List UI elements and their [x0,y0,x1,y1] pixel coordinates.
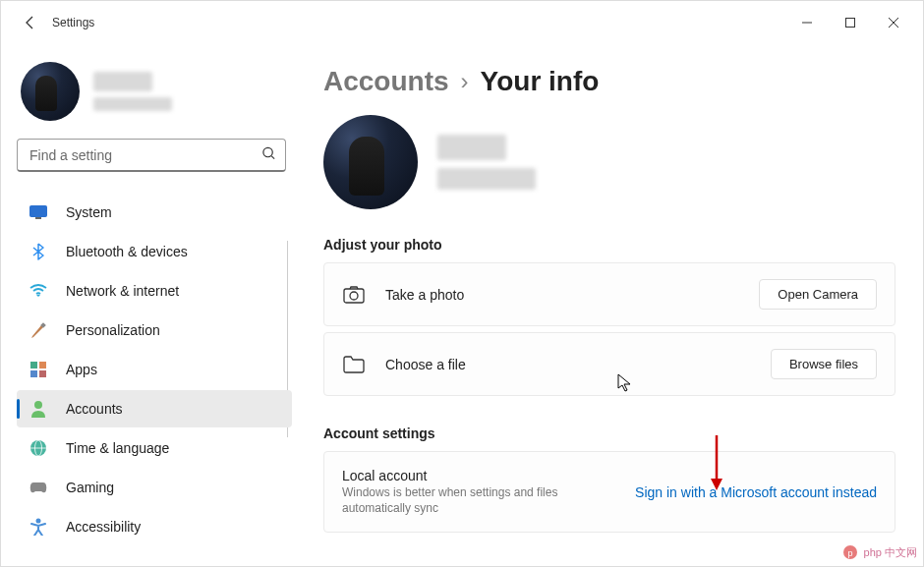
sidebar-item-personalization[interactable]: Personalization [17,312,292,349]
wifi-icon [29,281,48,301]
minimize-button[interactable] [797,13,817,32]
sidebar-item-accessibility[interactable]: Accessibility [17,508,292,545]
choose-file-card: Choose a file Browse files [323,332,895,396]
sidebar-item-label: Network & internet [66,283,179,299]
choose-file-label: Choose a file [385,357,751,372]
local-account-title: Local account [342,468,598,483]
sign-in-microsoft-link[interactable]: Sign in with a Microsoft account instead [635,484,877,500]
main-content: Accounts › Your info Adjust your photo T… [296,44,923,567]
take-photo-label: Take a photo [385,287,739,303]
browse-files-button[interactable]: Browse files [771,349,877,379]
sidebar-item-bluetooth[interactable]: Bluetooth & devices [17,233,292,270]
bluetooth-icon [29,242,48,261]
sidebar-item-label: Accounts [66,401,123,417]
page-title: Your info [481,66,600,97]
breadcrumb-parent[interactable]: Accounts [323,66,449,97]
nav: System Bluetooth & devices Network & int… [17,194,292,545]
sidebar-item-label: System [66,204,112,220]
svg-point-18 [350,292,358,300]
svg-point-16 [36,519,41,524]
sidebar-item-accounts[interactable]: Accounts [17,390,292,427]
breadcrumb: Accounts › Your info [323,66,895,97]
svg-point-2 [263,147,272,156]
avatar [21,62,80,121]
back-button[interactable] [13,5,48,40]
sidebar-item-label: Gaming [66,480,114,495]
section-heading-account: Account settings [323,425,895,441]
svg-rect-8 [30,362,37,369]
sidebar-item-label: Time & language [66,440,169,456]
svg-text:p: p [847,548,852,558]
open-camera-button[interactable]: Open Camera [759,279,877,310]
brush-icon [29,320,48,340]
sidebar: System Bluetooth & devices Network & int… [1,44,296,567]
sidebar-item-label: Apps [66,362,97,377]
globe-icon [29,438,48,458]
close-button[interactable] [884,13,903,32]
monitor-icon [29,202,48,222]
sidebar-item-network[interactable]: Network & internet [17,272,292,310]
accessibility-icon [29,517,48,537]
svg-rect-11 [39,370,46,377]
svg-point-12 [34,401,42,409]
profile-name-redacted [437,135,536,190]
svg-marker-6 [36,295,40,297]
svg-rect-17 [344,289,364,303]
take-photo-card: Take a photo Open Camera [323,262,895,326]
search-input[interactable] [17,139,286,172]
sidebar-item-label: Personalization [66,322,160,338]
svg-rect-1 [846,19,855,28]
apps-icon [29,360,48,379]
search-icon [261,146,276,165]
avatar-large [323,115,418,209]
folder-icon [342,353,366,376]
svg-rect-4 [30,206,47,217]
local-account-card: Local account Windows is better when set… [323,451,895,533]
camera-icon [342,283,366,307]
game-icon [29,478,48,497]
svg-rect-5 [35,217,41,219]
watermark: p php 中文网 [842,544,917,560]
sidebar-item-time-language[interactable]: Time & language [17,429,292,467]
svg-rect-10 [30,370,37,377]
maximize-button[interactable] [840,13,860,32]
sidebar-item-label: Accessibility [66,519,141,535]
sidebar-item-apps[interactable]: Apps [17,351,292,388]
svg-rect-9 [39,362,46,369]
user-name-redacted [93,72,172,111]
search-box[interactable] [17,139,286,172]
sidebar-item-label: Bluetooth & devices [66,244,188,259]
section-heading-photo: Adjust your photo [323,237,895,253]
sidebar-item-gaming[interactable]: Gaming [17,469,292,506]
chevron-right-icon: › [461,68,469,95]
person-icon [29,399,48,419]
svg-line-3 [271,156,274,159]
profile-header [323,115,895,209]
sidebar-item-system[interactable]: System [17,194,292,231]
profile-block[interactable] [17,56,292,139]
local-account-desc: Windows is better when settings and file… [342,485,598,516]
window-title: Settings [52,16,94,29]
